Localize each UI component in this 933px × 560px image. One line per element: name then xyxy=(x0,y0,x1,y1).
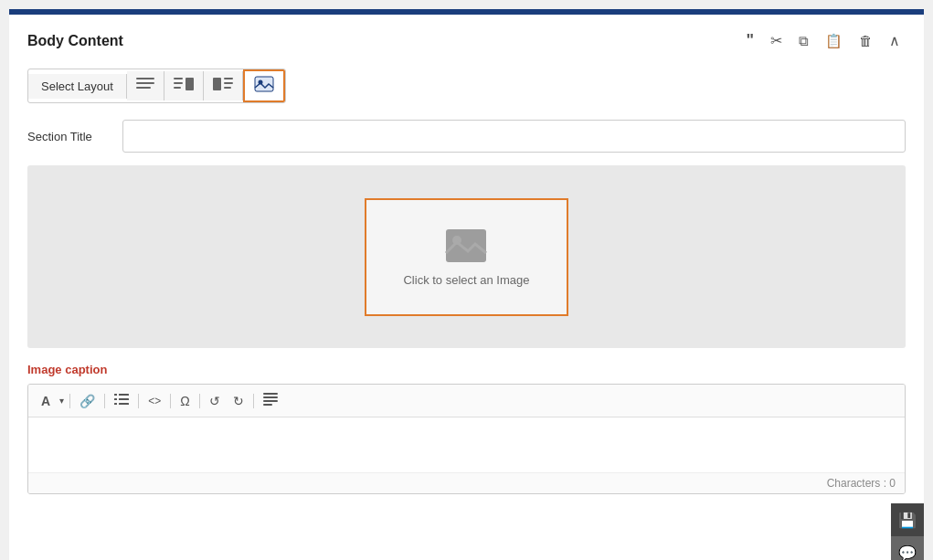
paragraph-icon xyxy=(263,394,278,408)
redo-button[interactable]: ↻ xyxy=(228,391,249,411)
image-placeholder[interactable]: Click to select an Image xyxy=(365,198,567,316)
code-button[interactable]: <> xyxy=(143,392,166,410)
copy-button[interactable]: ⧉ xyxy=(793,29,814,53)
panel-actions: " ✂ ⧉ 📋 🗑 ∧ xyxy=(740,27,906,54)
svg-rect-19 xyxy=(114,403,117,405)
text-only-icon xyxy=(136,79,154,95)
clipboard-icon: 📋 xyxy=(825,33,843,48)
caption-editor: A ▾ 🔗 xyxy=(27,384,906,494)
font-icon: A xyxy=(41,394,50,408)
svg-rect-7 xyxy=(213,78,221,90)
toolbar-divider-2 xyxy=(104,394,105,408)
svg-rect-9 xyxy=(224,82,233,84)
toolbar-divider-1 xyxy=(69,394,70,408)
save-icon: 💾 xyxy=(898,512,917,529)
text-image-right-icon xyxy=(174,79,194,95)
section-title-label: Section Title xyxy=(27,130,110,143)
quote-button[interactable]: " xyxy=(740,27,759,54)
font-dropdown-button[interactable]: ▾ xyxy=(58,393,66,408)
svg-rect-21 xyxy=(263,393,278,395)
clipboard-button[interactable]: 📋 xyxy=(820,29,848,53)
caption-footer: Characters : 0 xyxy=(28,472,905,493)
svg-rect-2 xyxy=(136,87,151,89)
layout-option-image-only[interactable] xyxy=(243,69,285,102)
svg-rect-5 xyxy=(174,87,181,89)
select-layout-button[interactable]: Select Layout xyxy=(28,74,127,99)
omega-button[interactable]: Ω xyxy=(175,391,195,411)
svg-rect-8 xyxy=(224,78,233,79)
svg-rect-15 xyxy=(114,394,117,396)
code-icon: <> xyxy=(148,395,161,407)
toolbar-divider-4 xyxy=(170,394,171,408)
section-title-row: Section Title xyxy=(27,120,906,153)
font-button[interactable]: A xyxy=(36,391,56,411)
layout-option-text-only[interactable] xyxy=(127,71,164,100)
panel: Body Content " ✂ ⧉ 📋 🗑 ∧ xyxy=(9,15,924,512)
redo-icon: ↻ xyxy=(233,394,244,408)
chevron-up-icon: ∧ xyxy=(889,33,900,48)
side-panel: 💾 💬 xyxy=(891,503,924,560)
image-placeholder-icon xyxy=(444,227,488,264)
image-text-left-icon xyxy=(213,79,233,95)
undo-icon: ↺ xyxy=(209,394,220,408)
toolbar-divider-3 xyxy=(138,394,139,408)
trash-icon: 🗑 xyxy=(859,33,873,48)
svg-rect-0 xyxy=(136,78,154,79)
svg-rect-3 xyxy=(174,78,183,79)
svg-rect-6 xyxy=(186,78,194,90)
caption-content-area[interactable] xyxy=(28,417,905,472)
save-button[interactable]: 💾 xyxy=(891,503,924,536)
link-button[interactable]: 🔗 xyxy=(74,391,101,411)
list-button[interactable] xyxy=(109,390,134,411)
panel-title: Body Content xyxy=(27,33,123,49)
svg-rect-1 xyxy=(136,82,154,84)
omega-icon: Ω xyxy=(180,394,189,408)
section-title-input[interactable] xyxy=(122,120,906,153)
scissors-icon: ✂ xyxy=(770,33,782,48)
svg-rect-24 xyxy=(263,404,272,406)
collapse-button[interactable]: ∧ xyxy=(884,28,906,53)
svg-rect-17 xyxy=(114,398,117,400)
svg-rect-16 xyxy=(119,394,129,396)
page-wrapper: Body Content " ✂ ⧉ 📋 🗑 ∧ xyxy=(9,9,924,560)
layout-option-image-text-left[interactable] xyxy=(204,71,243,100)
toolbar-divider-6 xyxy=(253,394,254,408)
caption-label: Image caption xyxy=(27,363,906,376)
character-count: Characters : 0 xyxy=(827,477,896,490)
copy-icon: ⧉ xyxy=(799,33,809,48)
cut-button[interactable]: ✂ xyxy=(765,28,788,53)
svg-rect-4 xyxy=(174,82,183,84)
link-icon: 🔗 xyxy=(80,394,95,408)
svg-rect-20 xyxy=(119,403,129,405)
caption-toolbar: A ▾ 🔗 xyxy=(28,385,905,417)
toolbar-divider-5 xyxy=(199,394,200,408)
image-area: Click to select an Image xyxy=(27,165,906,348)
comment-icon: 💬 xyxy=(898,544,917,561)
list-icon xyxy=(114,394,129,408)
layout-option-text-image-right[interactable] xyxy=(164,71,204,100)
svg-rect-10 xyxy=(224,87,231,89)
undo-button[interactable]: ↺ xyxy=(204,391,226,411)
svg-rect-11 xyxy=(255,77,273,91)
layout-toolbar: Select Layout xyxy=(27,69,286,103)
delete-button[interactable]: 🗑 xyxy=(853,29,878,53)
image-only-icon xyxy=(254,79,274,95)
chevron-down-icon: ▾ xyxy=(59,396,64,406)
svg-rect-23 xyxy=(263,400,278,402)
svg-rect-18 xyxy=(119,398,129,400)
quote-icon: " xyxy=(746,31,754,49)
more-button[interactable] xyxy=(258,390,283,411)
panel-header: Body Content " ✂ ⧉ 📋 🗑 ∧ xyxy=(27,27,906,54)
svg-rect-22 xyxy=(263,396,278,398)
comment-button[interactable]: 💬 xyxy=(891,536,924,560)
image-placeholder-text: Click to select an Image xyxy=(403,273,529,287)
